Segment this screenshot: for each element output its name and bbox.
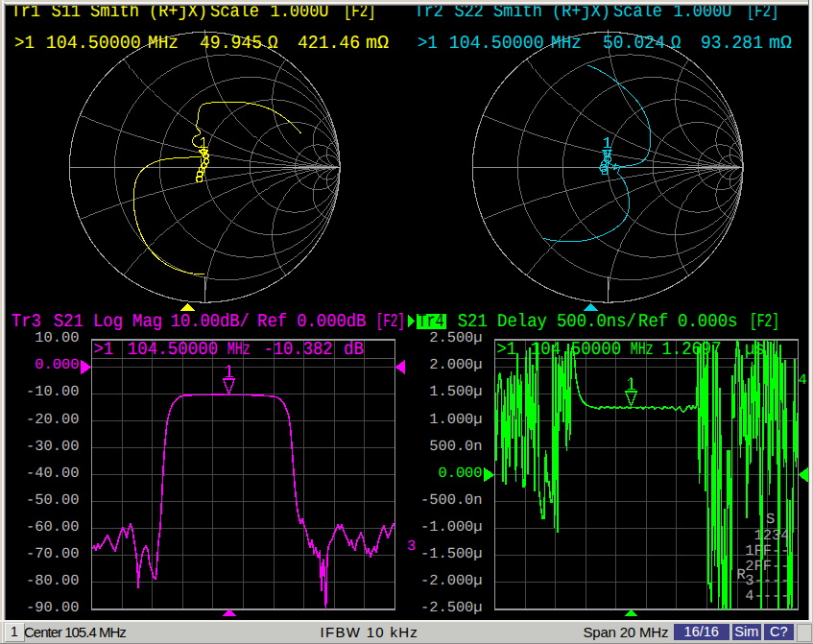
svg-text:500.0n: 500.0n — [429, 438, 482, 455]
svg-text:Mag: Mag — [132, 311, 162, 332]
svg-text:10.00dB/: 10.00dB/ — [171, 311, 250, 332]
svg-text:2.500µ: 2.500µ — [429, 329, 482, 346]
svg-text:0.000: 0.000 — [438, 465, 482, 482]
svg-text:-1.000µ: -1.000µ — [420, 518, 483, 536]
svg-text:-2.000µ: -2.000µ — [420, 572, 483, 589]
svg-text:-30.00: -30.00 — [26, 438, 79, 455]
svg-text:4: 4 — [799, 371, 807, 389]
svg-text:-10.382: -10.382 — [264, 339, 333, 360]
svg-text:104.50000: 104.50000 — [46, 33, 141, 54]
svg-text:R: R — [737, 566, 746, 584]
svg-text:µs: µs — [745, 339, 765, 360]
svg-text:mΩ: mΩ — [366, 33, 389, 54]
svg-text:-1.500µ: -1.500µ — [420, 545, 483, 562]
svg-text:Log: Log — [93, 311, 123, 332]
svg-text:0.000s: 0.000s — [678, 311, 738, 332]
svg-text:-10.00: -10.00 — [26, 383, 79, 400]
svg-text:MHz: MHz — [631, 339, 654, 360]
svg-text:3: 3 — [407, 537, 416, 555]
svg-text:-90.00: -90.00 — [26, 599, 79, 616]
svg-text:-80.00: -80.00 — [26, 572, 79, 589]
svg-text:MHz: MHz — [227, 339, 251, 360]
svg-text:Ref: Ref — [638, 311, 668, 332]
svg-text:-20.00: -20.00 — [26, 411, 79, 428]
svg-text:MHz: MHz — [148, 33, 179, 54]
svg-text:-60.00: -60.00 — [26, 518, 79, 536]
svg-text:Ref: Ref — [257, 311, 287, 332]
svg-text:-2.500µ: -2.500µ — [420, 599, 483, 616]
svg-text:>1: >1 — [93, 339, 113, 360]
svg-text:>1: >1 — [14, 33, 35, 54]
svg-text:-70.00: -70.00 — [26, 545, 79, 562]
svg-text:104.50000: 104.50000 — [128, 339, 218, 360]
svg-text:104.50000: 104.50000 — [449, 33, 544, 54]
svg-text:10.00: 10.00 — [35, 329, 79, 346]
svg-text:500.0ns/: 500.0ns/ — [557, 311, 636, 332]
svg-text:dB: dB — [344, 339, 364, 360]
svg-text:0.000dB: 0.000dB — [297, 311, 366, 332]
svg-text:1.000µ: 1.000µ — [429, 411, 482, 428]
svg-text:50.024: 50.024 — [603, 33, 665, 54]
svg-text:S: S — [766, 511, 775, 528]
svg-text:Ω: Ω — [671, 33, 681, 54]
svg-text:0.000: 0.000 — [35, 356, 79, 373]
svg-text:-40.00: -40.00 — [26, 465, 79, 482]
svg-text:421.46: 421.46 — [298, 33, 360, 54]
svg-text:mΩ: mΩ — [769, 33, 792, 54]
svg-text:1.500µ: 1.500µ — [429, 383, 482, 400]
svg-text:>1: >1 — [418, 33, 438, 54]
svg-text:104.50000: 104.50000 — [531, 339, 621, 360]
svg-text:4----: 4---- — [745, 587, 789, 605]
svg-text:[F2]: [F2] — [750, 311, 779, 332]
svg-text:93.281: 93.281 — [701, 33, 763, 54]
svg-text:-50.00: -50.00 — [26, 491, 79, 509]
svg-text:[F2]: [F2] — [376, 311, 405, 332]
svg-text:MHz: MHz — [551, 33, 582, 54]
svg-text:Delay: Delay — [497, 311, 547, 332]
svg-text:1.2697: 1.2697 — [662, 339, 722, 360]
svg-text:>1: >1 — [496, 339, 516, 360]
svg-text:-500.0n: -500.0n — [420, 491, 483, 509]
svg-text:2.000µ: 2.000µ — [429, 356, 482, 373]
svg-text:Ω: Ω — [268, 33, 278, 54]
svg-text:49.945: 49.945 — [200, 33, 262, 54]
